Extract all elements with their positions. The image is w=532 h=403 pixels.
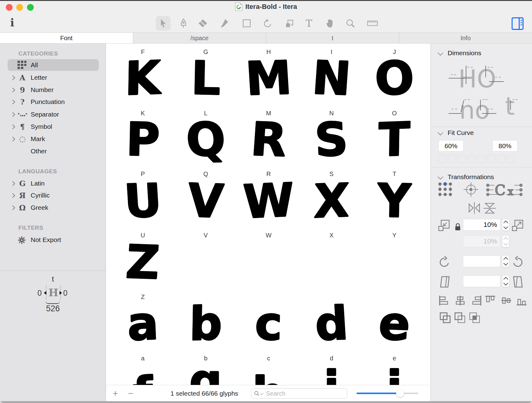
tab-font[interactable]: Font [0,33,133,43]
fit-curve-min-input[interactable]: 60% [438,140,464,152]
rotate-stepper[interactable] [502,255,509,267]
flip-vertical-button[interactable] [483,202,496,215]
chevron-right-icon[interactable] [10,193,15,198]
transform-background-button[interactable]: C x [486,182,523,199]
dimensions-header[interactable]: Dimensions [448,49,481,57]
zoom-slider[interactable] [357,393,418,394]
rotate-tool-button[interactable] [260,16,275,31]
fit-curve-max-input[interactable]: 80% [492,140,518,152]
scale-x-input[interactable]: 10% [463,219,500,231]
align-center-vertical-button[interactable] [501,295,512,307]
sidebar-item-not-export[interactable]: Not Export [0,234,106,246]
eraser-tool-button[interactable] [195,16,210,31]
transform-focus-button[interactable] [463,182,479,199]
sidebar-item-number[interactable]: 9 Number [0,84,106,96]
glyph-cell[interactable]: L [174,55,237,101]
chevron-right-icon[interactable] [10,99,15,104]
tab-space[interactable]: /space [133,33,266,43]
primitives-tool-button[interactable] [239,16,254,31]
glyph-cell[interactable]: W [237,178,300,224]
glyph-cell[interactable]: M [237,55,300,101]
glyph-cell[interactable]: T [363,117,426,163]
select-tool-button[interactable] [156,16,171,31]
flip-horizontal-button[interactable] [468,202,480,216]
rotate-cw-button[interactable] [512,255,523,269]
intersect-paths-button[interactable] [469,312,480,325]
glyph-cell[interactable]: S [300,117,363,163]
glyph-cell[interactable]: b [174,301,237,347]
align-top-button[interactable] [485,295,496,307]
left-sidebearing-value[interactable]: 0 [37,289,42,297]
chevron-right-icon[interactable] [10,75,15,80]
scale-tool-button[interactable] [282,16,297,31]
glyph-cell[interactable]: j [363,373,426,385]
text-tool-button[interactable]: T [302,16,316,31]
glyph-cell[interactable]: a [111,301,174,347]
sidebar-item-cyrillic[interactable]: Я Cyrillic [0,190,106,201]
subtract-paths-button[interactable] [454,312,466,325]
right-sidebearing-value[interactable]: 0 [63,289,67,297]
fit-curve-step-button[interactable] [497,155,505,163]
transform-origin-selector[interactable] [438,182,453,198]
glyph-cell[interactable]: g [174,373,237,385]
sidebar-item-latin[interactable]: G Latin [0,178,106,189]
slant-stepper[interactable] [502,275,509,287]
fit-curve-header[interactable]: Fit Curve [448,129,474,136]
glyph-cell[interactable]: U [111,178,174,224]
search-scope-chevron-icon[interactable] [260,391,263,395]
glyph-cell[interactable]: e [363,301,426,347]
slant-input[interactable] [463,275,500,287]
sidebar-item-other[interactable]: Other [0,145,106,157]
chevron-right-icon[interactable] [10,87,15,92]
tab-t[interactable]: t [266,33,399,43]
font-info-icon[interactable]: i [10,16,14,29]
sidebar-item-letter[interactable]: A Letter [0,72,106,83]
zoom-slider-thumb[interactable] [396,389,404,397]
glyph-cell[interactable]: h [237,373,300,385]
glyph-cell[interactable]: Y [363,178,426,224]
glyph-cell[interactable]: f [111,373,174,385]
chevron-right-icon[interactable] [10,205,15,210]
sidebar-toggle-button[interactable] [511,17,524,30]
chevron-down-icon[interactable] [438,174,443,179]
chevron-right-icon[interactable] [10,124,15,129]
fit-curve-step-button[interactable] [448,155,456,163]
glyph-cell[interactable]: i [300,373,363,385]
fit-curve-step-button[interactable] [478,155,486,163]
zoom-tool-button[interactable] [343,16,358,31]
fit-curve-step-button[interactable] [438,155,446,163]
glyph-cell[interactable]: d [300,301,363,347]
scale-down-button[interactable] [438,219,450,233]
chevron-right-icon[interactable] [10,136,15,141]
chevron-down-icon[interactable] [438,50,443,56]
sidebar-item-punctuation[interactable]: ? Punctuation [0,96,106,108]
fit-curve-step-button[interactable] [458,155,466,163]
align-center-horizontal-button[interactable] [455,295,466,307]
align-left-button[interactable] [438,295,449,307]
glyph-cell[interactable]: c [237,301,300,347]
sidebar-item-symbol[interactable]: ¶ Symbol [0,121,106,132]
scale-x-stepper[interactable] [502,219,509,231]
chevron-right-icon[interactable] [10,181,15,186]
sidebar-item-all[interactable]: All [8,59,99,71]
sidebar-item-mark[interactable]: ◌ Mark [0,133,106,145]
search-input[interactable]: Search [251,388,347,399]
union-paths-button[interactable] [439,312,451,325]
glyph-cell[interactable]: Q [174,117,237,163]
rotate-ccw-button[interactable] [439,255,450,269]
hand-tool-button[interactable] [323,16,337,31]
tab-info[interactable]: Info [399,33,532,43]
slant-right-button[interactable] [512,275,523,290]
chevron-down-icon[interactable] [438,130,443,135]
glyph-cell[interactable]: X [300,178,363,224]
sidebar-item-greek[interactable]: Ω Greek [0,202,106,213]
pencil-tool-button[interactable] [217,16,232,31]
glyph-width-value[interactable]: 526 [0,304,106,313]
fit-curve-step-button[interactable] [488,155,495,163]
transformations-header[interactable]: Transformations [448,173,494,181]
remove-glyph-button[interactable]: − [125,385,137,401]
glyph-cell[interactable]: Z [111,239,174,285]
glyph-cell[interactable]: O [363,55,426,101]
add-glyph-button[interactable]: + [109,385,121,401]
slant-left-button[interactable] [439,275,450,290]
